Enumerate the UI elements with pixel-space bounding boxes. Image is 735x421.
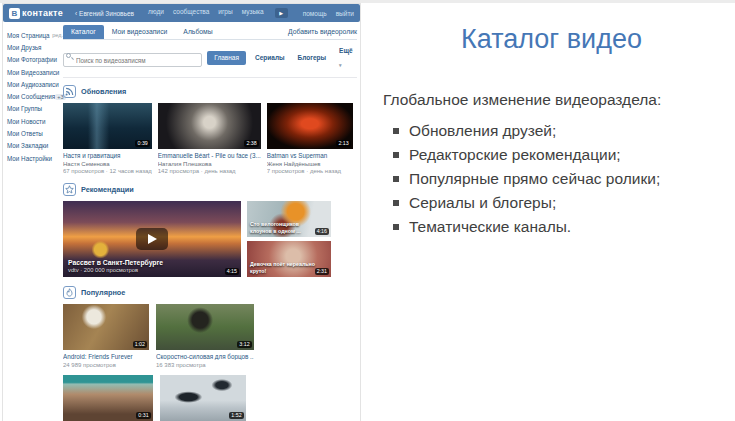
video-card[interactable]: 3:12 Скоростно-силовая для борцов .. 16 …: [156, 304, 254, 368]
sidebar-label: Мои Новости: [7, 118, 45, 125]
topbar-item-music[interactable]: музыка: [242, 8, 264, 18]
filter-series-button[interactable]: Сериалы: [251, 51, 289, 65]
video-card[interactable]: Девочка поёт нереально круто! 2:31: [247, 241, 331, 277]
video-card[interactable]: Сто велогонщиков клоунов в одном ... 4:1…: [247, 201, 331, 237]
section-title: Рекомендации: [81, 185, 134, 194]
recommendations-row: Рассвет в Санкт-Петербурге vdtv · 200 00…: [63, 201, 357, 277]
sidebar-label: Мои Группы: [7, 105, 42, 112]
video-thumbnail[interactable]: 3:12: [156, 304, 254, 350]
video-meta: 142 просмотра · день назад: [158, 168, 261, 174]
filter-more-label: Ещё: [339, 47, 352, 54]
duration-badge: 2:13: [336, 140, 350, 147]
video-card[interactable]: 0:31 Смысл ты че такая дерзкая,а? 1 089 …: [63, 375, 153, 421]
section-title: Обновления: [81, 87, 126, 96]
sidebar-item-settings[interactable]: Мои Настройки: [7, 152, 63, 164]
sidebar-item-messages[interactable]: Мои Сообщения +3: [7, 90, 63, 102]
sidebar-item-bookmarks[interactable]: Мои Закладки: [7, 140, 63, 152]
video-thumbnail[interactable]: 1:52: [160, 375, 246, 421]
bullet-item: Сериалы и блогеры;: [391, 191, 735, 215]
sidebar-label: Мои Настройки: [7, 155, 52, 162]
vk-sidebar: Моя Страница ред. Мои Друзья Мои Фотогра…: [7, 29, 63, 164]
edit-link[interactable]: ред.: [52, 32, 63, 38]
video-thumbnail[interactable]: 0:31: [63, 375, 153, 421]
bullet-item: Популярные прямо сейчас ролики;: [391, 167, 735, 191]
duration-badge: 4:16: [315, 228, 329, 235]
play-button[interactable]: [136, 228, 168, 250]
chevron-down-icon: ▾: [339, 62, 342, 68]
topbar-item-games[interactable]: игры: [218, 8, 232, 18]
popular-grid: 1:02 Android: Friends Furever 24 989 про…: [63, 304, 343, 421]
tab-catalog[interactable]: Каталог: [63, 25, 104, 39]
bullet-text: Тематические каналы.: [409, 218, 571, 235]
sidebar-item-photos[interactable]: Мои Фотографии: [7, 54, 63, 66]
video-author[interactable]: Женя Найдёнышев: [267, 161, 353, 167]
video-title[interactable]: Batman vs Superman: [267, 152, 353, 159]
sidebar-item-my-page[interactable]: Моя Страница ред.: [7, 29, 63, 41]
sidebar-item-groups[interactable]: Мои Группы: [7, 103, 63, 115]
video-card[interactable]: 1:52 Хитрый пингвин! (6 sec) 5 947 просм…: [160, 375, 246, 421]
tab-my-videos[interactable]: Мои видеозаписи: [104, 25, 176, 39]
search-input[interactable]: [63, 53, 202, 67]
topbar-item-help[interactable]: помощь: [303, 10, 327, 17]
featured-video[interactable]: Рассвет в Санкт-Петербурге vdtv · 200 00…: [63, 201, 241, 277]
video-thumbnail[interactable]: 2:38: [158, 103, 261, 149]
video-card[interactable]: 2:13 Batman vs Superman Женя Найдёнышев …: [267, 103, 353, 174]
sidebar-item-audio[interactable]: Мои Аудиозаписи: [7, 78, 63, 90]
vk-screenshot: В контакте ‹ Евгений Зиновьев люди сообщ…: [3, 4, 360, 421]
sidebar-item-friends[interactable]: Мои Друзья: [7, 41, 63, 53]
search-icon: [66, 53, 71, 58]
video-card[interactable]: 1:02 Android: Friends Furever 24 989 про…: [63, 304, 149, 368]
bullet-text: Популярные прямо сейчас ролики;: [409, 170, 660, 187]
section-title: Популярное: [81, 288, 125, 297]
topbar-user-link[interactable]: ‹ Евгений Зиновьев: [75, 10, 134, 17]
play-icon[interactable]: ▶: [275, 8, 288, 18]
sidebar-label: Мои Видеозаписи: [7, 69, 59, 76]
duration-badge: 0:31: [136, 412, 150, 419]
sidebar-item-replies[interactable]: Мои Ответы: [7, 127, 63, 139]
video-title[interactable]: Emmanuelle Béart - Pile ou face (3...: [158, 152, 261, 159]
back-arrow-icon: ‹: [75, 10, 77, 17]
bullet-square-icon: [393, 128, 399, 134]
sidebar-label: Моя Страница: [7, 32, 50, 39]
slide-title: Каталог видео: [368, 24, 735, 55]
vk-logo-text: контакте: [22, 8, 63, 18]
video-card[interactable]: 2:38 Emmanuelle Béart - Pile ou face (3.…: [158, 103, 261, 174]
video-meta: 24 989 просмотров: [63, 362, 149, 368]
sidebar-label: Мои Закладки: [7, 142, 48, 149]
video-thumbnail[interactable]: 2:13: [267, 103, 353, 149]
section-header-recommendations: Рекомендации: [63, 183, 357, 196]
video-title[interactable]: Настя и гравитация: [63, 152, 152, 159]
topbar-item-communities[interactable]: сообщества: [173, 8, 209, 18]
video-thumbnail[interactable]: 1:02: [63, 304, 149, 350]
video-thumbnail[interactable]: 0:39: [63, 103, 152, 149]
video-title: Рассвет в Санкт-Петербурге: [68, 259, 163, 266]
video-title[interactable]: Android: Friends Furever: [63, 353, 149, 360]
topbar-user-name: Евгений Зиновьев: [79, 10, 134, 17]
duration-badge: 2:38: [244, 140, 258, 147]
video-card[interactable]: 0:39 Настя и гравитация Настя Семенова 6…: [63, 103, 152, 174]
sidebar-item-news[interactable]: Мои Новости: [7, 115, 63, 127]
vk-logo[interactable]: В контакте: [9, 8, 63, 19]
sidebar-item-videos[interactable]: Мои Видеозаписи: [7, 66, 63, 78]
filter-more-button[interactable]: Ещё ▾: [335, 44, 357, 72]
tab-albums[interactable]: Альбомы: [175, 25, 220, 39]
sidebar-label: Мои Фотографии: [7, 56, 57, 63]
flame-icon: [63, 286, 76, 299]
video-meta: 16 383 просмотра: [156, 362, 254, 368]
filter-bloggers-button[interactable]: Блогеры: [294, 51, 331, 65]
topbar-item-logout[interactable]: выйти: [336, 10, 354, 17]
bullet-item: Тематические каналы.: [391, 215, 735, 239]
video-author[interactable]: Наталия Плешкова: [158, 161, 261, 167]
video-author[interactable]: Настя Семенова: [63, 161, 152, 167]
slide-intro: Глобальное изменение видеораздела:: [383, 91, 735, 109]
bullet-square-icon: [393, 176, 399, 182]
video-meta: 67 просмотров · 12 часов назад: [63, 168, 152, 174]
slide-panel: Каталог видео Глобальное изменение видео…: [368, 0, 735, 421]
topbar-item-people[interactable]: люди: [148, 8, 164, 18]
bullet-square-icon: [393, 152, 399, 158]
video-title[interactable]: Скоростно-силовая для борцов ..: [156, 353, 254, 360]
rss-icon: [63, 85, 76, 98]
filter-main-button[interactable]: Главная: [207, 51, 246, 65]
add-video-link[interactable]: Добавить видеоролик: [288, 25, 357, 39]
bullet-item: Обновления друзей;: [391, 119, 735, 143]
